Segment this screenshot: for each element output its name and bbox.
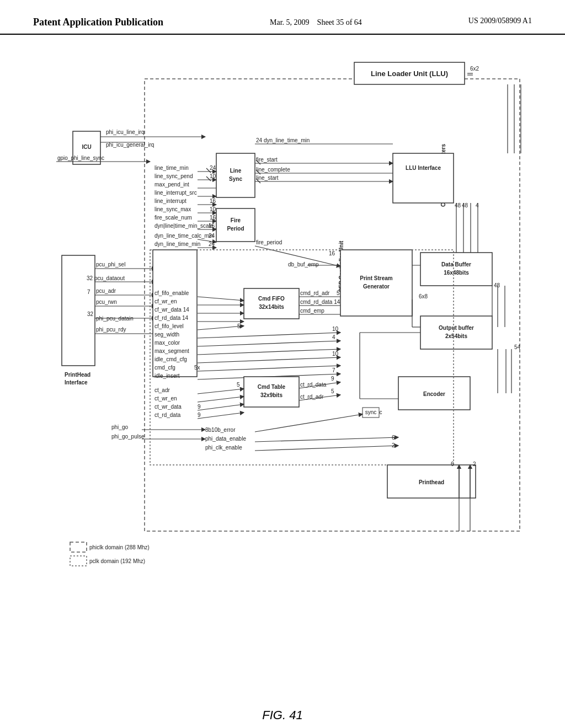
svg-text:max_segment: max_segment: [154, 348, 189, 354]
svg-text:6: 6: [392, 435, 395, 441]
svg-text:ct_wr_data: ct_wr_data: [154, 404, 182, 410]
svg-text:dyn_line_time_calc_min: dyn_line_time_calc_min: [154, 233, 214, 239]
svg-text:Data Buffer: Data Buffer: [441, 261, 471, 267]
figure-caption: FIG. 41: [262, 708, 302, 722]
svg-text:cf_fifo_level: cf_fifo_level: [154, 323, 184, 329]
svg-text:16x48bits: 16x48bits: [444, 270, 469, 276]
svg-text:dyn_line_time_min: dyn_line_time_min: [154, 241, 200, 247]
svg-text:10: 10: [210, 173, 216, 179]
svg-text:Line: Line: [230, 168, 242, 174]
svg-line-165: [198, 413, 244, 419]
svg-text:seg_width: seg_width: [154, 331, 179, 338]
svg-rect-230: [70, 556, 87, 566]
svg-text:Output buffer: Output buffer: [439, 325, 474, 331]
svg-text:cf_fifo_enable: cf_fifo_enable: [154, 290, 189, 296]
page-header: Patent Application Publication Mar. 5, 2…: [0, 0, 565, 35]
svg-text:Sync: Sync: [229, 176, 242, 182]
sheet-info: Sheet 35 of 64: [317, 18, 362, 26]
svg-text:10: 10: [332, 351, 339, 357]
svg-text:pclk domain (192 Mhz): pclk domain (192 Mhz): [89, 558, 145, 564]
svg-text:gpio_phi_line_sync: gpio_phi_line_sync: [57, 155, 104, 161]
svg-text:cf_wr_data 14: cf_wr_data 14: [154, 307, 189, 313]
diagram-svg: Line Loader Unit (LLU) 6x2 ICU ICU phi_i…: [34, 46, 531, 625]
svg-text:pcu_rwn: pcu_rwn: [96, 299, 117, 305]
svg-rect-62: [216, 208, 255, 242]
svg-text:cmd_rd_adr: cmd_rd_adr: [300, 290, 330, 296]
svg-text:ct_rd_data: ct_rd_data: [154, 412, 181, 418]
svg-rect-71: [393, 153, 454, 203]
svg-line-191: [255, 437, 398, 442]
svg-line-127: [198, 333, 340, 338]
svg-text:line_start: line_start: [256, 175, 279, 181]
svg-text:max_pend_int: max_pend_int: [154, 181, 189, 188]
svg-text:48: 48: [455, 202, 461, 208]
svg-line-138: [198, 366, 340, 371]
svg-text:Cmd FiFO: Cmd FiFO: [258, 296, 285, 302]
svg-text:32x9bits: 32x9bits: [260, 392, 282, 398]
svg-line-135: [198, 357, 340, 363]
publication-date: Mar. 5, 2009: [270, 18, 310, 26]
svg-text:db_buf_emp: db_buf_emp: [288, 261, 319, 267]
svg-text:5: 5: [331, 388, 334, 394]
svg-line-106: [198, 297, 244, 301]
svg-text:9: 9: [198, 404, 201, 410]
svg-text:cmd_cfg: cmd_cfg: [154, 365, 175, 371]
svg-text:10: 10: [332, 326, 339, 332]
svg-line-133: [198, 349, 340, 355]
svg-text:6x2: 6x2: [470, 66, 479, 72]
svg-line-162: [198, 404, 244, 410]
svg-text:Printhead: Printhead: [419, 479, 444, 485]
svg-text:6x8: 6x8: [419, 293, 428, 299]
svg-text:LLU Interface: LLU Interface: [406, 165, 441, 171]
svg-text:4: 4: [476, 202, 479, 208]
patent-number: US 2009/058909 A1: [468, 17, 532, 25]
svg-rect-37: [216, 153, 255, 197]
svg-text:line_complete: line_complete: [256, 167, 290, 173]
diagram-area: Line Loader Unit (LLU) 6x2 ICU ICU phi_i…: [34, 46, 531, 625]
svg-text:cmd_emp: cmd_emp: [300, 308, 324, 314]
publication-title: Patent Application Publication: [33, 17, 163, 28]
svg-text:2: 2: [473, 461, 476, 467]
svg-text:54: 54: [514, 344, 521, 350]
svg-text:line_interrupt_src: line_interrupt_src: [154, 190, 197, 196]
header-metadata: Mar. 5, 2009 Sheet 35 of 64: [270, 17, 362, 28]
svg-text:10: 10: [210, 206, 216, 212]
svg-text:24: 24: [209, 241, 215, 247]
svg-text:32 pcu_dataout: 32 pcu_dataout: [87, 275, 125, 281]
svg-text:2x54bits: 2x54bits: [445, 333, 467, 339]
svg-text:phi_go_pulse: phi_go_pulse: [111, 433, 145, 440]
svg-text:cf_wr_en: cf_wr_en: [154, 298, 177, 304]
svg-rect-173: [420, 316, 492, 349]
svg-text:ct_adr: ct_adr: [154, 387, 170, 393]
svg-text:sync: sync: [365, 409, 377, 415]
svg-text:phi_clk_enable: phi_clk_enable: [205, 445, 242, 451]
svg-text:7: 7: [332, 367, 335, 373]
svg-text:PrintHead: PrintHead: [65, 372, 90, 378]
svg-text:7: 7: [87, 289, 90, 295]
svg-text:line_time_min: line_time_min: [154, 165, 189, 171]
svg-text:idle_insert: idle_insert: [154, 373, 180, 379]
svg-line-130: [198, 341, 340, 346]
svg-text:8b10b_error: 8b10b_error: [205, 427, 236, 433]
svg-text:5: 5: [237, 382, 240, 388]
svg-text:24: 24: [209, 233, 215, 239]
svg-text:48: 48: [494, 282, 500, 288]
svg-text:16: 16: [210, 198, 216, 204]
svg-text:2: 2: [392, 442, 395, 448]
svg-text:Encoder: Encoder: [423, 391, 445, 397]
svg-text:max_color: max_color: [154, 340, 180, 346]
svg-text:16: 16: [329, 250, 335, 256]
svg-text:5x: 5x: [194, 365, 200, 371]
svg-text:idle_cmd_cfg: idle_cmd_cfg: [154, 356, 187, 362]
svg-text:ct_wr_en: ct_wr_en: [154, 395, 177, 402]
svg-text:pcu_phi_sel: pcu_phi_sel: [96, 261, 125, 267]
svg-text:line_sync_pend: line_sync_pend: [154, 173, 193, 179]
svg-text:16: 16: [210, 215, 216, 221]
svg-text:phi_icu_line_irq: phi_icu_line_irq: [106, 129, 145, 135]
svg-text:48: 48: [462, 202, 468, 208]
svg-line-157: [198, 389, 244, 394]
svg-line-189: [255, 414, 363, 432]
svg-text:24: 24: [210, 165, 216, 171]
svg-text:phi_go: phi_go: [111, 424, 128, 430]
svg-text:pcu_adr: pcu_adr: [96, 288, 116, 294]
